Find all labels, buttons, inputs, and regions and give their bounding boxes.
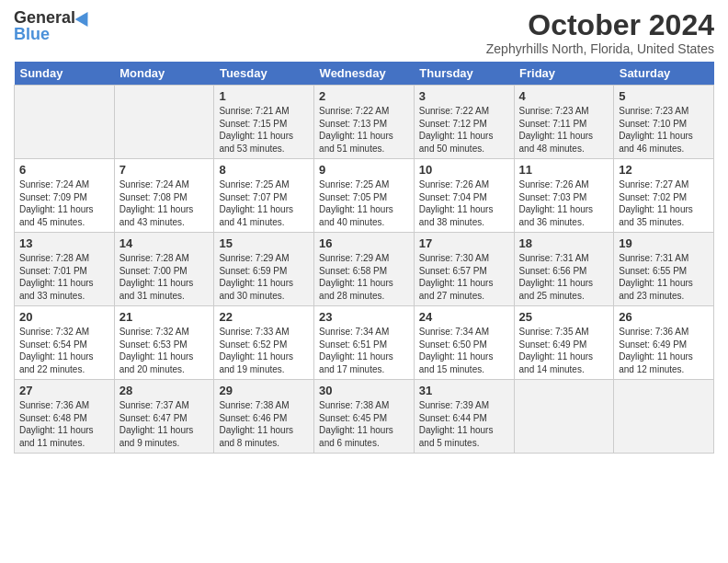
cell-content: Sunrise: 7:31 AMSunset: 6:56 PMDaylight:… [519,252,609,302]
day-number: 1 [219,89,309,103]
page: General Blue October 2024 Zephyrhills No… [0,0,728,563]
day-number: 26 [619,310,709,324]
cell-content: Sunrise: 7:32 AMSunset: 6:53 PMDaylight:… [119,326,210,375]
header: General Blue October 2024 Zephyrhills No… [14,9,714,56]
day-number: 18 [519,236,609,250]
col-thursday: Thursday [414,62,514,86]
day-number: 31 [419,384,509,397]
calendar-cell: 18Sunrise: 7:31 AMSunset: 6:56 PMDayligh… [514,233,614,306]
calendar-cell: 9Sunrise: 7:25 AMSunset: 7:05 PMDaylight… [314,159,415,233]
calendar-week-row: 1Sunrise: 7:21 AMSunset: 7:15 PMDaylight… [15,86,714,159]
calendar-table: Sunday Monday Tuesday Wednesday Thursday… [14,62,714,454]
calendar-cell [114,86,214,159]
calendar-cell: 11Sunrise: 7:26 AMSunset: 7:03 PMDayligh… [514,159,614,233]
calendar-cell: 21Sunrise: 7:32 AMSunset: 6:53 PMDayligh… [114,306,214,380]
day-number: 16 [319,236,409,250]
cell-content: Sunrise: 7:29 AMSunset: 6:58 PMDaylight:… [319,252,409,302]
calendar-cell: 7Sunrise: 7:24 AMSunset: 7:08 PMDaylight… [114,159,214,233]
cell-content: Sunrise: 7:36 AMSunset: 6:49 PMDaylight:… [619,326,709,375]
day-number: 20 [19,310,109,324]
cell-content: Sunrise: 7:22 AMSunset: 7:12 PMDaylight:… [419,105,509,155]
day-number: 24 [419,310,509,324]
cell-content: Sunrise: 7:34 AMSunset: 6:50 PMDaylight:… [419,326,509,375]
day-number: 11 [519,163,609,177]
calendar-cell: 14Sunrise: 7:28 AMSunset: 7:00 PMDayligh… [114,233,214,306]
calendar-cell: 13Sunrise: 7:28 AMSunset: 7:01 PMDayligh… [15,233,115,306]
day-number: 15 [219,236,309,250]
calendar-cell: 16Sunrise: 7:29 AMSunset: 6:58 PMDayligh… [314,233,415,306]
day-number: 4 [519,89,609,103]
calendar-week-row: 27Sunrise: 7:36 AMSunset: 6:48 PMDayligh… [15,380,714,454]
calendar-week-row: 20Sunrise: 7:32 AMSunset: 6:54 PMDayligh… [15,306,714,380]
calendar-cell: 4Sunrise: 7:23 AMSunset: 7:11 PMDaylight… [514,86,614,159]
day-number: 21 [119,310,210,324]
cell-content: Sunrise: 7:21 AMSunset: 7:15 PMDaylight:… [219,105,309,155]
cell-content: Sunrise: 7:24 AMSunset: 7:08 PMDaylight:… [119,178,210,228]
cell-content: Sunrise: 7:25 AMSunset: 7:05 PMDaylight:… [319,178,409,228]
calendar-cell: 31Sunrise: 7:39 AMSunset: 6:44 PMDayligh… [414,380,514,454]
cell-content: Sunrise: 7:24 AMSunset: 7:09 PMDaylight:… [19,178,109,228]
day-number: 5 [619,89,709,103]
cell-content: Sunrise: 7:28 AMSunset: 7:00 PMDaylight:… [119,252,210,302]
month-title: October 2024 [486,9,714,41]
day-number: 12 [619,163,709,177]
day-number: 17 [419,236,509,250]
day-number: 13 [19,236,109,250]
cell-content: Sunrise: 7:31 AMSunset: 6:55 PMDaylight:… [619,252,709,302]
day-number: 14 [119,236,210,250]
calendar-cell: 12Sunrise: 7:27 AMSunset: 7:02 PMDayligh… [614,159,714,233]
day-number: 9 [319,163,409,177]
header-row: Sunday Monday Tuesday Wednesday Thursday… [15,62,714,86]
cell-content: Sunrise: 7:22 AMSunset: 7:13 PMDaylight:… [319,105,409,155]
day-number: 19 [619,236,709,250]
day-number: 28 [119,384,210,397]
calendar-cell: 17Sunrise: 7:30 AMSunset: 6:57 PMDayligh… [414,233,514,306]
col-saturday: Saturday [614,62,714,86]
calendar-week-row: 13Sunrise: 7:28 AMSunset: 7:01 PMDayligh… [15,233,714,306]
logo-triangle-icon [75,8,95,27]
title-area: October 2024 Zephyrhills North, Florida,… [486,9,714,56]
day-number: 2 [319,89,409,103]
cell-content: Sunrise: 7:30 AMSunset: 6:57 PMDaylight:… [419,252,509,302]
day-number: 27 [19,384,109,397]
cell-content: Sunrise: 7:27 AMSunset: 7:02 PMDaylight:… [619,178,709,228]
cell-content: Sunrise: 7:25 AMSunset: 7:07 PMDaylight:… [219,178,309,228]
calendar-cell: 28Sunrise: 7:37 AMSunset: 6:47 PMDayligh… [114,380,214,454]
calendar-cell: 27Sunrise: 7:36 AMSunset: 6:48 PMDayligh… [15,380,115,454]
calendar-cell: 3Sunrise: 7:22 AMSunset: 7:12 PMDaylight… [414,86,514,159]
calendar-week-row: 6Sunrise: 7:24 AMSunset: 7:09 PMDaylight… [15,159,714,233]
cell-content: Sunrise: 7:37 AMSunset: 6:47 PMDaylight:… [119,399,210,449]
col-sunday: Sunday [15,62,115,86]
logo-general-text: General [14,9,75,26]
day-number: 7 [119,163,210,177]
calendar-cell: 24Sunrise: 7:34 AMSunset: 6:50 PMDayligh… [414,306,514,380]
cell-content: Sunrise: 7:39 AMSunset: 6:44 PMDaylight:… [419,399,509,449]
calendar-cell: 10Sunrise: 7:26 AMSunset: 7:04 PMDayligh… [414,159,514,233]
cell-content: Sunrise: 7:29 AMSunset: 6:59 PMDaylight:… [219,252,309,302]
calendar-cell [614,380,714,454]
calendar-cell: 23Sunrise: 7:34 AMSunset: 6:51 PMDayligh… [314,306,415,380]
cell-content: Sunrise: 7:32 AMSunset: 6:54 PMDaylight:… [19,326,109,375]
location: Zephyrhills North, Florida, United State… [486,41,714,56]
calendar-cell: 5Sunrise: 7:23 AMSunset: 7:10 PMDaylight… [614,86,714,159]
col-wednesday: Wednesday [314,62,415,86]
cell-content: Sunrise: 7:33 AMSunset: 6:52 PMDaylight:… [219,326,309,375]
day-number: 22 [219,310,309,324]
day-number: 25 [519,310,609,324]
logo: General Blue [14,9,92,42]
day-number: 8 [219,163,309,177]
cell-content: Sunrise: 7:35 AMSunset: 6:49 PMDaylight:… [519,326,609,375]
col-monday: Monday [114,62,214,86]
cell-content: Sunrise: 7:26 AMSunset: 7:04 PMDaylight:… [419,178,509,228]
calendar-cell: 6Sunrise: 7:24 AMSunset: 7:09 PMDaylight… [15,159,115,233]
calendar-cell: 26Sunrise: 7:36 AMSunset: 6:49 PMDayligh… [614,306,714,380]
calendar-cell: 2Sunrise: 7:22 AMSunset: 7:13 PMDaylight… [314,86,415,159]
calendar-cell [514,380,614,454]
calendar-cell: 20Sunrise: 7:32 AMSunset: 6:54 PMDayligh… [15,306,115,380]
day-number: 23 [319,310,409,324]
col-friday: Friday [514,62,614,86]
col-tuesday: Tuesday [214,62,314,86]
calendar-cell: 15Sunrise: 7:29 AMSunset: 6:59 PMDayligh… [214,233,314,306]
calendar-cell [15,86,115,159]
cell-content: Sunrise: 7:26 AMSunset: 7:03 PMDaylight:… [519,178,609,228]
